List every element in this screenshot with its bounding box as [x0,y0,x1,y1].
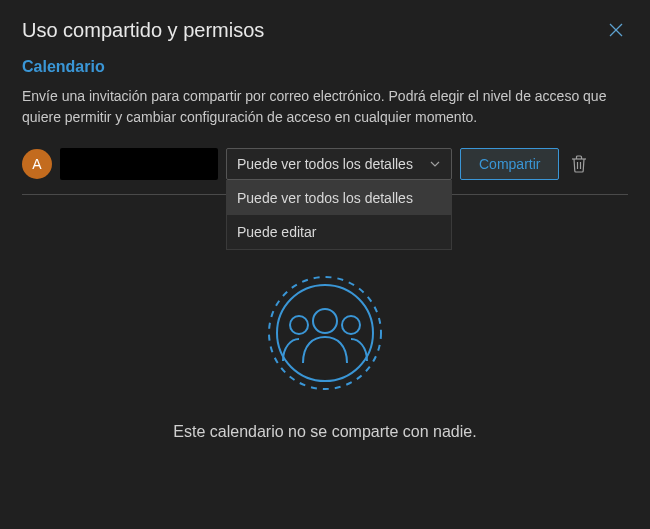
permission-dropdown-label: Puede ver todos los detalles [237,156,413,172]
svg-point-7 [290,316,308,334]
close-icon [609,23,623,37]
permission-dropdown-menu: Puede ver todos los detalles Puede edita… [226,180,452,250]
dialog-header: Uso compartido y permisos [22,18,628,42]
dialog-title: Uso compartido y permisos [22,19,264,42]
trash-icon [571,155,587,173]
avatar: A [22,149,52,179]
section-description: Envíe una invitación para compartir por … [22,86,628,128]
section-title: Calendario [22,58,628,76]
recipient-field[interactable] [60,148,218,180]
share-button[interactable]: Compartir [460,148,559,180]
permission-dropdown-wrap: Puede ver todos los detalles Puede ver t… [226,148,452,180]
empty-state-text: Este calendario no se comparte con nadie… [173,423,476,441]
svg-point-6 [313,309,337,333]
sharing-dialog: Uso compartido y permisos Calendario Env… [0,0,650,459]
share-button-label: Compartir [479,156,540,172]
people-illustration [265,273,385,393]
delete-button[interactable] [567,152,591,176]
empty-state: Este calendario no se comparte con nadie… [22,273,628,441]
share-row: A Puede ver todos los detalles Puede ver… [22,148,628,180]
close-button[interactable] [604,18,628,42]
permission-dropdown[interactable]: Puede ver todos los detalles [226,148,452,180]
dropdown-option-view-all[interactable]: Puede ver todos los detalles [227,181,451,215]
chevron-down-icon [429,158,441,170]
dropdown-option-edit[interactable]: Puede editar [227,215,451,249]
svg-point-8 [342,316,360,334]
